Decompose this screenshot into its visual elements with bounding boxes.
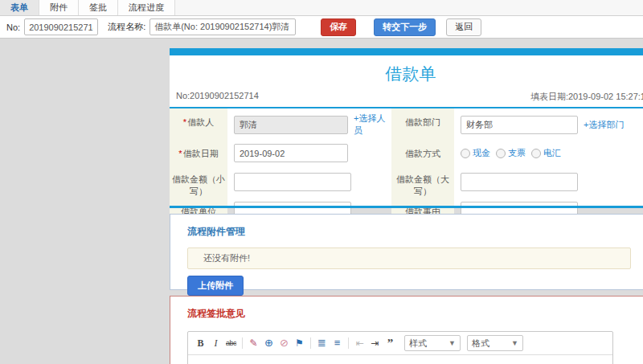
borrower-input[interactable]: [234, 116, 348, 134]
amount-small-input[interactable]: [234, 173, 351, 191]
editor-toolbar: B I abc ✎ ⊕ ⊘ ⚑ ≣ ≡ ⇤ ⇥ ” 样式 ▼: [188, 332, 612, 355]
borrower-label: *借款人: [170, 108, 227, 140]
method-cash-radio[interactable]: 现金: [461, 147, 490, 159]
strikethrough-icon[interactable]: abc: [225, 337, 237, 349]
select-person-link[interactable]: +选择人员: [354, 112, 391, 137]
unlink-icon[interactable]: ⊘: [278, 337, 290, 349]
attachments-panel: 流程附件管理 还没有附件! 上传附件: [170, 214, 643, 290]
department-label: 借款部门: [391, 108, 454, 140]
tab-process-progress[interactable]: 流程进度: [118, 0, 175, 15]
loan-method-field: 现金 支票 电汇: [454, 140, 643, 166]
tab-bar: 表单 附件 签批 流程进度: [0, 0, 643, 16]
editor-content-area[interactable]: [188, 355, 612, 364]
loan-date-input[interactable]: [234, 144, 348, 162]
tab-attachments[interactable]: 附件: [39, 0, 79, 15]
bulleted-list-icon[interactable]: ≡: [331, 337, 343, 349]
chevron-down-icon: ▼: [448, 339, 456, 347]
loan-date-field: [227, 140, 391, 166]
content-area: 借款单 No:20190902152714 填表日期:2019-09-02 15…: [0, 38, 643, 364]
rich-text-editor: B I abc ✎ ⊕ ⊘ ⚑ ≣ ≡ ⇤ ⇥ ” 样式 ▼: [187, 331, 613, 364]
format-brush-icon[interactable]: ✎: [248, 337, 260, 349]
approval-heading: 流程签批意见: [170, 297, 643, 321]
toolbar-separator: [242, 337, 243, 349]
forward-next-step-button[interactable]: 转交下一步: [374, 18, 436, 36]
numbered-list-icon[interactable]: ≣: [316, 337, 328, 349]
no-label: No:: [6, 22, 20, 32]
loan-form-panel: 借款单 No:20190902152714 填表日期:2019-09-02 15…: [170, 48, 643, 208]
italic-icon[interactable]: I: [210, 337, 222, 349]
format-dropdown-label: 格式: [472, 337, 489, 350]
tab-form[interactable]: 表单: [0, 0, 39, 15]
amount-small-label: 借款金额（小写）: [170, 166, 227, 198]
radio-circle-icon: [461, 149, 470, 158]
loan-date-label: *借款日期: [170, 140, 227, 166]
amount-big-label: 借款金额（大写）: [391, 166, 454, 198]
upload-attachment-button[interactable]: 上传附件: [187, 276, 244, 296]
department-field: +选择部门: [454, 108, 643, 140]
link-icon[interactable]: ⊕: [263, 337, 275, 349]
form-date-text: 填表日期:2019-09-02 15:27:1: [530, 91, 643, 103]
required-marker: *: [178, 149, 182, 158]
attachments-heading: 流程附件管理: [170, 215, 643, 239]
chevron-down-icon: ▼: [511, 339, 518, 347]
process-name-input[interactable]: [149, 18, 296, 35]
no-attachments-alert: 还没有附件!: [187, 247, 631, 269]
amount-big-field: [454, 166, 643, 198]
approval-comments-panel: 流程签批意见 B I abc ✎ ⊕ ⊘ ⚑ ≣ ≡ ⇤ ⇥ ” 样式: [170, 296, 643, 364]
method-wire-radio[interactable]: 电汇: [531, 147, 561, 159]
styles-dropdown-label: 样式: [409, 337, 427, 350]
radio-circle-icon: [531, 149, 541, 158]
department-input[interactable]: [461, 116, 578, 134]
outdent-icon[interactable]: ⇤: [354, 337, 366, 349]
toolbar-separator: [348, 337, 349, 349]
back-button[interactable]: 返回: [446, 18, 481, 36]
indent-icon[interactable]: ⇥: [369, 337, 381, 349]
styles-dropdown[interactable]: 样式 ▼: [404, 335, 461, 351]
method-check-radio[interactable]: 支票: [496, 147, 526, 159]
bold-icon[interactable]: B: [195, 337, 207, 349]
toolbar-separator: [310, 337, 311, 349]
blockquote-icon[interactable]: ”: [384, 339, 396, 347]
radio-circle-icon: [496, 149, 506, 158]
action-bar: No: 流程名称: 保存 转交下一步 返回: [0, 16, 643, 39]
panel-bottom-bar: [170, 206, 643, 208]
save-button[interactable]: 保存: [321, 18, 356, 36]
no-input[interactable]: [24, 18, 98, 35]
format-dropdown[interactable]: 格式 ▼: [467, 335, 523, 351]
required-marker: *: [183, 117, 186, 127]
loan-method-label: 借款方式: [391, 140, 454, 166]
select-department-link[interactable]: +选择部门: [584, 119, 624, 131]
anchor-flag-icon[interactable]: ⚑: [293, 337, 305, 349]
tab-approval[interactable]: 签批: [79, 0, 118, 15]
panel-top-bar: [170, 48, 643, 55]
amount-small-field: [227, 166, 391, 198]
form-meta-row: No:20190902152714 填表日期:2019-09-02 15:27:…: [170, 91, 643, 107]
page-title: 借款单: [170, 55, 643, 91]
amount-big-input[interactable]: [461, 173, 578, 191]
process-name-label: 流程名称:: [108, 21, 145, 33]
borrower-field: +选择人员: [227, 108, 391, 140]
form-no-text: No:20190902152714: [176, 91, 259, 103]
